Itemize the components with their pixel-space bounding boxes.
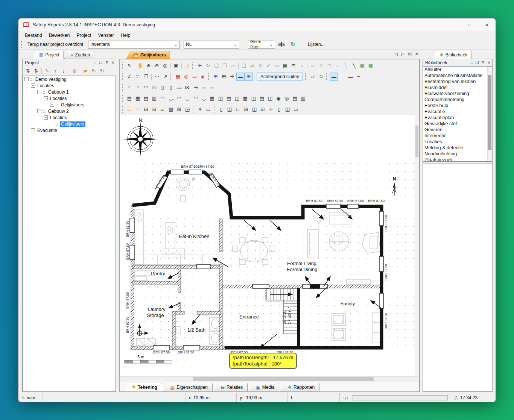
library-item[interactable]: Automatische blusinstallatie bbox=[423, 73, 492, 79]
tree-node[interactable]: −Locaties bbox=[23, 82, 116, 89]
grid-expand[interactable]: ⊞ bbox=[220, 73, 228, 81]
door-frame-tool[interactable]: ▯ bbox=[275, 105, 283, 114]
select-tool[interactable]: ↖ bbox=[125, 62, 134, 70]
door-left-tool[interactable]: ◜ bbox=[125, 83, 134, 92]
library-item[interactable]: Compartimentering bbox=[423, 97, 492, 103]
copy-tool[interactable]: ❑ bbox=[240, 62, 248, 70]
tree-collapse-icon[interactable]: − bbox=[37, 90, 41, 94]
tree-node[interactable]: −⌂Demo vestiging bbox=[23, 76, 116, 82]
stairs-l-2[interactable]: ◫ bbox=[233, 94, 241, 103]
line-style-red[interactable]: ▬ bbox=[346, 73, 354, 81]
axes-toggle[interactable]: ✛ bbox=[228, 73, 236, 81]
confirm-tool[interactable]: ✔ bbox=[265, 62, 273, 70]
tree-collapse-icon[interactable]: − bbox=[44, 115, 48, 120]
tree-node-label[interactable]: Gebouw 2 bbox=[47, 109, 70, 114]
bathtub-tool[interactable]: ▭ bbox=[125, 105, 134, 114]
bring-forward[interactable]: ❐ bbox=[221, 62, 229, 70]
minimize-button[interactable]: — bbox=[444, 18, 461, 31]
arrow-line-tool[interactable]: ╲ bbox=[350, 62, 358, 70]
tree-node-label[interactable]: Locaties bbox=[36, 83, 55, 88]
sink-tool[interactable]: ○ bbox=[134, 105, 142, 114]
panel-maximize-icon[interactable]: □ bbox=[470, 60, 472, 65]
bed-tool[interactable]: ◫ bbox=[225, 105, 234, 114]
block-tool[interactable]: ⊘ bbox=[256, 62, 265, 70]
filter-combobox[interactable]: Geen filter ⌄ bbox=[248, 41, 275, 49]
car-tool[interactable]: ▭ bbox=[204, 105, 213, 114]
tree-node[interactable]: ⌂Gelijkvloers bbox=[23, 121, 116, 127]
stairs-spiral-2[interactable]: ◎ bbox=[283, 94, 291, 103]
menu-venster[interactable]: Venster bbox=[94, 32, 117, 39]
sort-alpha[interactable]: ⇅ bbox=[32, 67, 40, 75]
nav-prev-icon[interactable]: ◁ bbox=[394, 52, 397, 56]
tab-rapporten[interactable]: ❖Rapporten bbox=[280, 383, 319, 391]
zoom-in-tool[interactable]: ⊕ bbox=[144, 62, 153, 70]
tree-collapse-icon[interactable]: − bbox=[24, 77, 29, 81]
library-item[interactable]: Plaatsbezoek bbox=[423, 157, 492, 162]
grid-dots-toggle[interactable]: ⋯ bbox=[153, 73, 161, 81]
move-down[interactable]: ↓ bbox=[59, 67, 68, 75]
crop-tool[interactable]: ⊡ bbox=[289, 62, 298, 70]
double-wall-alt-tool[interactable]: ═ bbox=[208, 83, 216, 92]
tab-gelijkvloers[interactable]: Gelijkvloers bbox=[126, 51, 170, 59]
tree-collapse-icon[interactable]: − bbox=[31, 83, 35, 88]
door-right-tool[interactable]: ◝ bbox=[134, 83, 142, 92]
canvas-vertical-scrollbar[interactable] bbox=[415, 115, 419, 376]
stairs-l-1[interactable]: ▤ bbox=[225, 94, 233, 103]
menu-help[interactable]: Help bbox=[117, 32, 134, 39]
rectangle-tool[interactable]: □ bbox=[325, 62, 333, 70]
region-tool[interactable]: ▭ bbox=[190, 73, 199, 81]
resize-tool[interactable]: ↘ bbox=[298, 62, 306, 70]
tab-relaties[interactable]: ⊞Relaties bbox=[214, 383, 248, 391]
tree-node-label[interactable]: Locaties bbox=[49, 96, 68, 101]
table-tool[interactable]: ▦ bbox=[366, 62, 375, 70]
open-tool[interactable]: ▭ bbox=[273, 62, 281, 70]
panel-pin-icon[interactable]: ⚲ bbox=[105, 60, 108, 65]
menu-bewerken[interactable]: Bewerken bbox=[46, 32, 73, 39]
double-door-gray-tool[interactable]: ⋈ bbox=[150, 83, 158, 92]
cabinet-wide-tool[interactable]: ▭ bbox=[292, 105, 300, 114]
table-chairs-tool[interactable]: ✛ bbox=[267, 105, 275, 114]
library-item[interactable]: Locaties bbox=[423, 139, 492, 145]
snap-grid[interactable]: ∵ bbox=[134, 73, 142, 81]
library-item[interactable]: Bestemming van lokalen bbox=[423, 79, 492, 85]
lijsten-link[interactable]: Lijsten... bbox=[305, 42, 328, 47]
swap-background[interactable]: ⇄ bbox=[309, 73, 317, 81]
tab-media[interactable]: ▣Media bbox=[249, 383, 279, 391]
snap-endpoint[interactable]: ∠ bbox=[125, 73, 134, 81]
library-item[interactable]: Blusmiddel bbox=[423, 85, 492, 91]
tree-collapse-icon[interactable]: − bbox=[37, 109, 41, 113]
drawing-canvas[interactable]: Eat-in Kitchen Pantry Laundry Storage 1/… bbox=[120, 115, 419, 376]
crossed-box-tool[interactable]: ⊠ bbox=[175, 105, 183, 114]
stairs-u-4[interactable]: ◫ bbox=[266, 94, 274, 103]
counter-tool[interactable]: ▱ bbox=[158, 105, 167, 114]
line-style-dashed[interactable]: ┅ bbox=[354, 73, 363, 81]
tab-zoeken[interactable]: ⌕ Zoeken bbox=[64, 51, 94, 59]
close-button[interactable]: ✕ bbox=[478, 18, 496, 31]
stairs-u-3[interactable]: ▤ bbox=[258, 94, 266, 103]
replace-tool[interactable]: ⇄ bbox=[248, 62, 256, 70]
panel-close-icon[interactable]: ✕ bbox=[488, 60, 491, 65]
stairs-curved-1[interactable]: ◠ bbox=[158, 94, 167, 103]
panel-close-icon[interactable]: ✕ bbox=[111, 60, 114, 65]
nav-next-icon[interactable]: ▷ bbox=[401, 52, 404, 56]
menu-project[interactable]: Project bbox=[73, 32, 94, 39]
polyline-tool[interactable]: ▱ bbox=[309, 62, 317, 70]
tree-node-label[interactable]: Gelijkvloers bbox=[60, 121, 85, 127]
zoom-window-tool[interactable]: ◎ bbox=[161, 62, 169, 70]
window-unit-tool[interactable]: ◫ bbox=[250, 105, 259, 114]
language-combobox[interactable]: NL ⌄ bbox=[184, 41, 239, 49]
window-alt-tool[interactable]: ▯ bbox=[167, 83, 175, 92]
stairs-spiral-1[interactable]: ◉ bbox=[274, 94, 283, 103]
pan-tool[interactable]: ✋ bbox=[136, 62, 144, 70]
library-item[interactable]: Gevaarlijke stof bbox=[423, 121, 492, 127]
stairs-landing-1[interactable]: ▦ bbox=[208, 94, 216, 103]
library-scrollbar[interactable] bbox=[487, 67, 492, 161]
double-door-tool[interactable]: ◠ bbox=[142, 83, 150, 92]
tree-node-label[interactable]: Demo vestiging bbox=[34, 77, 68, 82]
tree-node[interactable]: +Evacuatie bbox=[23, 127, 116, 133]
fit-to-screen[interactable]: ▣ bbox=[172, 62, 180, 70]
nav-close-icon[interactable]: ✕ bbox=[415, 52, 418, 56]
tree-node-label[interactable]: Gelijkvloers bbox=[60, 102, 85, 108]
library-item[interactable]: Melding & detectie bbox=[423, 145, 492, 151]
select-region-tool[interactable]: ▦ bbox=[281, 62, 289, 70]
